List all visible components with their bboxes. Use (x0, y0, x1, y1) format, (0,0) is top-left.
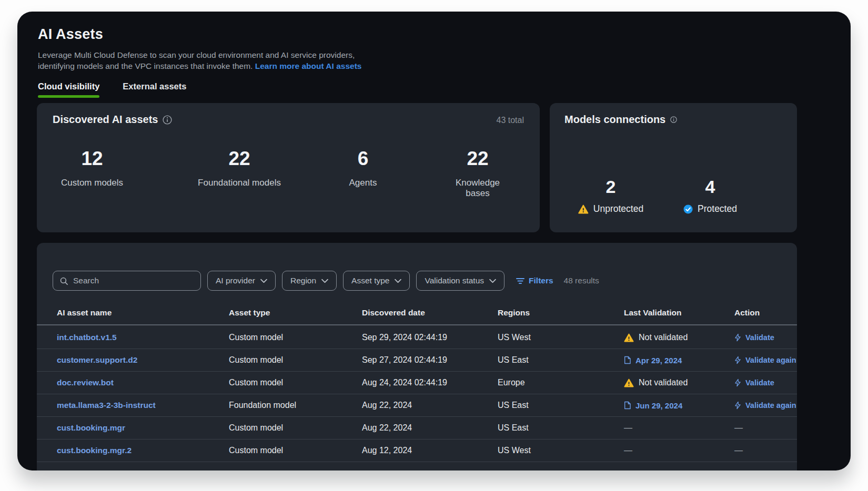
stat-label: Foundational models (198, 178, 281, 188)
asset-type-cell: Custom model (229, 423, 362, 433)
validation-date-link[interactable]: Apr 29, 2024 (635, 356, 682, 365)
dropdown-label: Asset type (351, 276, 389, 285)
table-row: int.chatbot.v1.5 Custom model Sep 29, 20… (37, 326, 797, 349)
filters-button[interactable]: Filters (516, 276, 553, 285)
stat-label: Protected (698, 203, 737, 214)
dropdown-label: Region (290, 276, 316, 285)
asset-name-link[interactable]: customer.support.d2 (57, 355, 229, 365)
table-header: AI asset name Asset type Discovered date… (37, 301, 797, 325)
validate-button[interactable]: Validate again (734, 401, 796, 410)
last-validation-cell: — (624, 423, 734, 433)
description-line1: Leverage Multi Cloud Defense to scan you… (38, 50, 355, 59)
check-circle-icon (683, 204, 693, 214)
page-description: Leverage Multi Cloud Defense to scan you… (38, 49, 361, 71)
lightning-icon (734, 401, 741, 410)
validate-button[interactable]: Validate (734, 379, 774, 387)
validate-label: Validate (745, 379, 774, 387)
empty-value: — (734, 423, 743, 433)
asset-name-link[interactable]: cust.booking.mgr (57, 423, 229, 433)
stat-label: Agents (349, 178, 377, 188)
action-cell: Validate (734, 379, 797, 387)
dropdown-label: Validation status (425, 276, 484, 285)
last-validation-cell: Not validated (624, 333, 734, 342)
stat-label: Unprotected (593, 203, 643, 214)
asset-type-cell: Custom model (229, 355, 362, 365)
discovered-date-cell: Sep 27, 2024 02:44:19 (362, 355, 498, 365)
total-count: 43 total (497, 116, 524, 125)
validation-date-link[interactable]: Jun 29, 2024 (635, 401, 682, 410)
column-header: Last Validation (624, 308, 734, 318)
learn-more-link[interactable]: Learn more about AI assets (255, 62, 362, 70)
asset-name-link[interactable]: int.chatbot.v1.5 (57, 333, 229, 342)
asset-name-link[interactable]: meta.llama3-2-3b-instruct (57, 401, 229, 410)
validation-status-label: Not validated (639, 378, 688, 387)
filter-lines-icon (516, 278, 524, 284)
dropdown-region[interactable]: Region (282, 271, 337, 291)
empty-value: — (624, 446, 632, 455)
column-header: Asset type (229, 308, 362, 318)
tab-cloud-visibility[interactable]: Cloud visibility (38, 81, 99, 98)
regions-cell: Europe (498, 378, 624, 387)
validation-status-label: Not validated (639, 333, 688, 342)
asset-name-link[interactable]: cust.booking.mgr.2 (57, 446, 229, 455)
results-count: 48 results (564, 276, 599, 285)
description-line2: identifying models and the VPC instances… (38, 62, 253, 70)
info-icon[interactable] (670, 116, 677, 123)
column-header: Action (734, 308, 797, 318)
info-icon[interactable] (163, 115, 172, 125)
search-input[interactable] (73, 276, 194, 285)
stat-protected: 4 Protected (683, 177, 737, 214)
stat-unprotected: 2 Unprotected (578, 177, 643, 214)
regions-cell: US West (498, 446, 624, 455)
chevron-down-icon (260, 279, 267, 283)
table-row: doc.review.bot Custom model Aug 24, 2024… (37, 372, 797, 394)
empty-value: — (624, 423, 632, 433)
stat-label: Custom models (61, 178, 123, 188)
asset-name-link[interactable]: doc.review.bot (57, 378, 229, 387)
discovered-date-cell: Sep 29, 2024 02:44:19 (362, 333, 498, 342)
regions-cell: US West (498, 333, 624, 342)
table-row: cust.booking.mgr Custom model Aug 22, 20… (37, 417, 797, 439)
search-box[interactable] (53, 271, 201, 291)
empty-value: — (734, 446, 743, 455)
dropdown-validation-status[interactable]: Validation status (416, 271, 504, 291)
action-cell: — (734, 446, 797, 455)
chevron-down-icon (321, 279, 328, 283)
validate-label: Validate again (745, 356, 796, 364)
stat-value: 12 (61, 148, 123, 170)
dropdown-ai-provider[interactable]: AI provider (207, 271, 276, 291)
filter-bar: AI provider Region Asset type Validation… (53, 271, 784, 291)
document-icon (624, 401, 631, 410)
validate-button[interactable]: Validate again (734, 356, 796, 364)
last-validation-cell: Not validated (624, 378, 734, 387)
warning-triangle-icon (624, 379, 634, 387)
discovered-date-cell: Aug 22, 2024 (362, 401, 498, 410)
stat-value: 6 (349, 148, 377, 170)
stat-custom-models: 12 Custom models (61, 148, 123, 188)
regions-cell: US East (498, 423, 624, 433)
stat-knowledge-bases: 22 Knowledge bases (447, 148, 509, 199)
discovered-assets-title: Discovered AI assets (53, 114, 158, 126)
action-cell: Validate again (734, 401, 797, 410)
lightning-icon (734, 379, 741, 387)
discovered-date-cell: Aug 22, 2024 (362, 423, 498, 433)
search-icon (59, 277, 68, 285)
stat-value: 2 (578, 177, 643, 197)
models-connections-title: Models connections (564, 114, 665, 126)
last-validation-cell: Apr 29, 2024 (624, 356, 734, 365)
stat-value: 22 (198, 148, 281, 170)
discovered-date-cell: Aug 12, 2024 (362, 446, 498, 455)
lightning-icon (734, 333, 741, 342)
warning-triangle-icon (578, 204, 589, 214)
stat-label: Knowledge bases (447, 178, 509, 199)
dropdown-asset-type[interactable]: Asset type (343, 271, 410, 291)
stat-value: 4 (683, 177, 737, 197)
asset-type-cell: Custom model (229, 378, 362, 387)
asset-type-cell: Foundation model (229, 401, 362, 410)
tab-external-assets[interactable]: External assets (123, 81, 186, 98)
page-title: AI Assets (38, 26, 361, 43)
action-cell: Validate again (734, 356, 797, 364)
chevron-down-icon (395, 279, 401, 283)
validate-button[interactable]: Validate (734, 333, 774, 342)
chevron-down-icon (489, 279, 496, 283)
